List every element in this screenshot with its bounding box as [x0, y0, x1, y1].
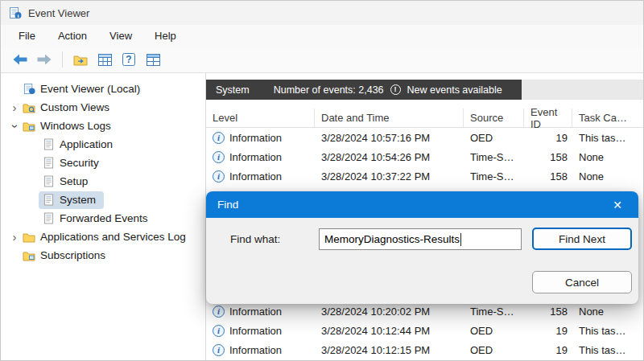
- find-dialog-titlebar: Find ✕: [206, 191, 638, 218]
- tree-item-label: Security: [60, 157, 99, 169]
- events-header-spacer: [522, 80, 643, 100]
- menu-view[interactable]: View: [98, 27, 143, 45]
- tree-item-setup[interactable]: Setup: [1, 172, 205, 191]
- tree-item-label: Application: [60, 138, 113, 150]
- event-viewer-app-icon: i: [9, 6, 22, 19]
- tree-item-system[interactable]: System: [1, 191, 205, 209]
- information-icon: [213, 132, 225, 144]
- log-file-icon: [41, 157, 56, 170]
- new-events-text: New events available: [407, 84, 502, 96]
- tree-item-label: Subscriptions: [40, 249, 105, 261]
- chevron-down-icon[interactable]: [7, 119, 22, 133]
- find-input-value: MemoryDiagnostics-Results: [324, 233, 460, 245]
- tree-item-label: Windows Logs: [40, 120, 111, 132]
- windows-logs-folder-icon: [22, 120, 36, 133]
- menu-file[interactable]: File: [7, 27, 47, 45]
- toolbar: ?: [1, 47, 643, 73]
- information-icon: [213, 151, 225, 163]
- log-file-icon: [41, 138, 56, 151]
- log-file-icon: [41, 175, 56, 188]
- folder-icon: [22, 231, 36, 244]
- menu-bar: File Action View Help: [1, 25, 643, 47]
- forward-arrow-icon[interactable]: [35, 50, 54, 69]
- information-icon: [213, 325, 225, 337]
- tree-item-subscriptions[interactable]: Subscriptions: [1, 246, 205, 265]
- create-custom-view-icon[interactable]: [95, 50, 114, 69]
- tree-item-security[interactable]: Security: [1, 154, 205, 172]
- column-header-task-category[interactable]: Task Ca…: [572, 109, 643, 127]
- find-what-input[interactable]: MemoryDiagnostics-Results: [319, 228, 522, 250]
- window-title: Event Viewer: [28, 7, 89, 19]
- tree-item-custom-views[interactable]: Custom Views: [1, 98, 205, 117]
- text-caret: [460, 233, 461, 246]
- chevron-icon: [7, 82, 22, 96]
- cancel-button[interactable]: Cancel: [532, 271, 632, 293]
- column-header-event-id[interactable]: Event ID: [524, 109, 572, 127]
- column-header-source[interactable]: Source: [464, 109, 524, 127]
- tree-item-label: Event Viewer (Local): [40, 83, 140, 95]
- alert-icon: !: [390, 84, 401, 95]
- open-saved-log-icon[interactable]: [71, 50, 90, 69]
- svg-text:i: i: [18, 13, 19, 19]
- event-row[interactable]: Information 3/28/2024 10:12:15 PM OED 19…: [206, 340, 643, 359]
- tree-item-label: System: [60, 194, 96, 206]
- event-row[interactable]: Information 3/28/2024 10:20:02 PM Time-S…: [206, 302, 643, 321]
- tree-root-event-viewer-local[interactable]: Event Viewer (Local): [1, 80, 205, 98]
- tree-item-windows-logs[interactable]: Windows Logs: [1, 117, 205, 135]
- tree-item-label: Applications and Services Log: [40, 231, 186, 243]
- event-properties-icon[interactable]: [143, 50, 163, 69]
- toolbar-separator: [62, 51, 63, 68]
- chevron-right-icon[interactable]: [7, 230, 22, 244]
- events-pane-title: System: [216, 84, 250, 96]
- selection-highlight: System: [39, 191, 104, 209]
- events-count-text: Number of events: 2,436: [274, 84, 384, 96]
- event-row[interactable]: Information 3/28/2024 10:37:22 PM Time-S…: [206, 166, 643, 186]
- tree-item-application[interactable]: Application: [1, 135, 205, 154]
- console-tree: Event Viewer (Local) Custom Views: [1, 73, 206, 360]
- find-dialog-title: Find: [217, 199, 238, 211]
- column-header-level[interactable]: Level: [206, 109, 315, 127]
- menu-action[interactable]: Action: [47, 27, 98, 45]
- event-row[interactable]: Information 3/28/2024 10:12:44 PM OED 19…: [206, 321, 643, 340]
- find-dialog: Find ✕ Find what: MemoryDiagnostics-Resu…: [206, 191, 638, 304]
- information-icon: [213, 306, 225, 318]
- log-file-icon: [41, 212, 56, 225]
- log-file-icon: [41, 194, 56, 207]
- close-icon[interactable]: ✕: [608, 197, 627, 213]
- find-next-button[interactable]: Find Next: [532, 228, 632, 250]
- event-row[interactable]: Information 3/28/2024 10:54:26 PM Time-S…: [206, 147, 643, 166]
- chevron-right-icon[interactable]: [7, 101, 22, 115]
- event-row[interactable]: Information 3/28/2024 10:57:16 PM OED 19…: [206, 128, 643, 147]
- find-what-label: Find what:: [230, 233, 280, 245]
- tree-item-applications-and-services-logs[interactable]: Applications and Services Log: [1, 228, 205, 246]
- table-header: Level Date and Time Source Event ID Task…: [206, 109, 643, 128]
- tree-item-label: Custom Views: [40, 101, 109, 113]
- window-titlebar: i Event Viewer: [1, 1, 643, 25]
- custom-views-folder-icon: [22, 101, 36, 114]
- subscriptions-folder-icon: [22, 249, 36, 262]
- event-viewer-window: i Event Viewer File Action View Help: [0, 0, 644, 361]
- column-header-date-and-time[interactable]: Date and Time: [315, 109, 464, 127]
- menu-help[interactable]: Help: [143, 27, 188, 45]
- events-pane-header: System Number of events: 2,436 ! New eve…: [206, 80, 522, 100]
- help-icon[interactable]: ?: [119, 50, 138, 69]
- tree-item-forwarded-events[interactable]: Forwarded Events: [1, 209, 205, 228]
- chevron-icon: [7, 248, 22, 263]
- information-icon: [213, 170, 225, 183]
- information-icon: [213, 344, 225, 356]
- svg-text:?: ?: [126, 54, 131, 65]
- event-viewer-icon: [22, 83, 36, 96]
- tree-item-label: Setup: [60, 175, 88, 187]
- tree-item-label: Forwarded Events: [60, 212, 148, 224]
- back-arrow-icon[interactable]: [10, 50, 30, 69]
